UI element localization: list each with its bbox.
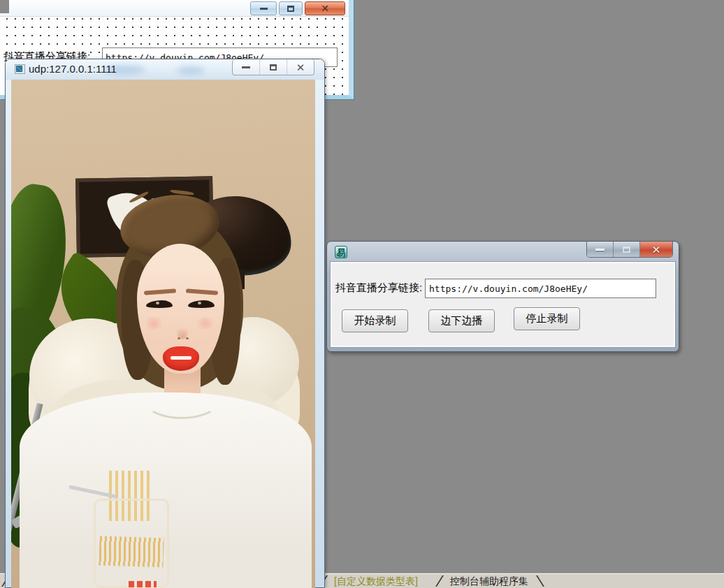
app-caption-buttons: ✕ <box>586 242 673 258</box>
ide-desktop: [自定义数据类型表] 控制台辅助程序集 ✕ 抖音直播分享链接: <box>0 0 724 588</box>
teeth <box>171 356 191 360</box>
close-button[interactable]: ✕ <box>287 59 314 75</box>
maximize-icon <box>623 247 630 253</box>
glass-reflection <box>177 66 205 75</box>
video-player-window: udp:127.0.0.1:1111 ✕ <box>5 59 325 588</box>
eye <box>146 300 173 308</box>
video-caption-buttons: ✕ <box>232 59 314 75</box>
minimize-icon <box>260 8 268 10</box>
shirt-collar <box>145 385 218 419</box>
tab-console-helper-assembly[interactable]: 控制台辅助程序集 <box>450 575 528 588</box>
close-icon: ✕ <box>321 3 329 13</box>
minimize-button[interactable] <box>250 1 277 15</box>
start-record-button[interactable]: 开始录制 <box>342 309 408 332</box>
play-while-download-button[interactable]: 边下边播 <box>428 309 495 332</box>
recorder-app-window: 易 ✕ 抖音直播分享链接: 开始录制 边下边播 停止录制 <box>326 241 679 352</box>
tab-custom-datatype-table[interactable]: [自定义数据类型表] <box>334 575 418 588</box>
desktop-corner-patch <box>0 0 9 13</box>
app-client-panel <box>331 262 675 347</box>
video-window-title: udp:127.0.0.1:1111 <box>29 63 117 75</box>
minimize-icon <box>242 66 250 68</box>
tab-slant-icon <box>435 575 444 587</box>
blush <box>143 317 165 330</box>
close-icon: ✕ <box>652 244 661 255</box>
maximize-icon <box>287 6 294 12</box>
restore-button[interactable] <box>260 59 287 75</box>
app-link-input[interactable] <box>425 279 656 298</box>
minimize-button[interactable] <box>587 242 614 257</box>
tab-slant-icon <box>536 575 544 587</box>
video-stream-canvas[interactable] <box>11 80 315 588</box>
close-button[interactable]: ✕ <box>305 1 345 15</box>
close-icon: ✕ <box>296 62 305 73</box>
minimize-button[interactable] <box>233 59 260 75</box>
close-button[interactable]: ✕ <box>640 242 672 257</box>
maximize-button[interactable] <box>279 1 303 15</box>
nostril <box>178 337 180 339</box>
pocket-stripe-print <box>99 536 164 567</box>
video-app-icon <box>15 64 25 74</box>
designer-titlebar[interactable]: ✕ <box>0 0 349 17</box>
nostril <box>186 337 189 339</box>
eye <box>188 300 215 308</box>
minimize-icon <box>595 249 604 251</box>
app-link-label: 抖音直播分享链接: <box>335 281 422 295</box>
maximize-button[interactable] <box>614 242 640 257</box>
video-titlebar[interactable]: udp:127.0.0.1:1111 ✕ <box>6 59 324 80</box>
pocket-red-print <box>129 581 157 587</box>
blush <box>194 317 217 330</box>
restore-icon <box>270 64 277 71</box>
stop-record-button[interactable]: 停止录制 <box>514 307 580 330</box>
